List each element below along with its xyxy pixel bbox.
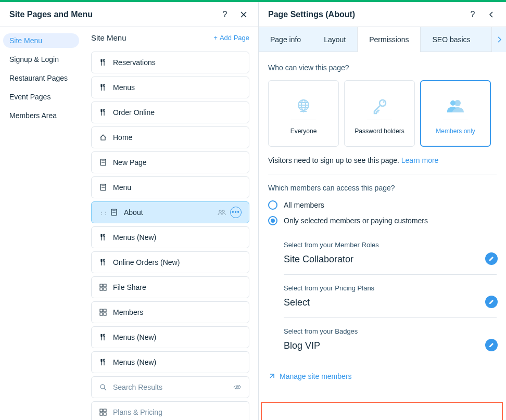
drag-handle-icon[interactable]: ⋮⋮ [99, 210, 104, 215]
badges-value: Blog VIP [284, 340, 497, 351]
external-link-icon [268, 373, 275, 380]
svg-rect-18 [104, 413, 106, 415]
svg-point-22 [383, 101, 385, 103]
pencil-icon [488, 299, 495, 305]
tabs: Page infoLayoutPermissionsSEO basics [259, 27, 506, 52]
tab-page-info[interactable]: Page info [259, 27, 312, 52]
page-item-label: About [124, 208, 212, 217]
svg-rect-12 [104, 313, 106, 315]
tabs-scroll-right-icon[interactable] [491, 27, 506, 52]
radio-all-members[interactable]: All members [268, 200, 497, 210]
radio-selected-members[interactable]: Only selected members or paying customer… [268, 216, 497, 225]
grid-icon [99, 284, 107, 291]
home-icon [99, 134, 107, 141]
globe-icon [294, 96, 313, 117]
page-item-label: Plans & Pricing [113, 408, 236, 416]
page-item-menus-new-[interactable]: Menus (New) [91, 351, 249, 373]
radio-button[interactable] [268, 216, 277, 225]
tab-seo-basics[interactable]: SEO basics [421, 27, 482, 52]
page-item-label: Order Online [113, 108, 236, 117]
page-item-members[interactable]: Members [91, 301, 249, 323]
sidebar-item-event-pages[interactable]: Event Pages [3, 90, 79, 104]
perm-card-members-only[interactable]: Members only [420, 80, 491, 147]
help-icon[interactable]: ? [467, 9, 478, 20]
page-item-label: Menu [113, 183, 236, 192]
page-item-menu[interactable]: Menu [91, 176, 249, 198]
svg-rect-9 [100, 309, 103, 312]
learn-more-link[interactable]: Learn more [401, 156, 439, 164]
page-item-new-page[interactable]: New Page [91, 151, 249, 173]
page-item-menus-new-[interactable]: Menus (New) [91, 226, 249, 248]
radio-label: All members [284, 201, 324, 209]
panel-title: Site Pages and Menu [9, 10, 93, 19]
tab-layout[interactable]: Layout [312, 27, 357, 52]
pages-header-title: Site Menu [91, 33, 126, 42]
page-item-reservations[interactable]: Reservations [91, 52, 249, 73]
page-item-label: Menus (New) [113, 333, 236, 341]
perm-card-label: Password holders [355, 123, 404, 135]
page-item-label: Members [113, 308, 236, 316]
svg-rect-15 [100, 409, 103, 412]
grid-icon [99, 309, 107, 316]
page-actions-button[interactable]: ••• [230, 207, 242, 218]
fork-icon [99, 359, 107, 366]
page-item-label: New Page [113, 158, 236, 167]
svg-rect-17 [100, 413, 103, 415]
svg-rect-16 [104, 409, 106, 412]
edit-pricing-plans-button[interactable] [485, 296, 498, 308]
page-item-online-orders-new-[interactable]: Online Orders (New) [91, 251, 249, 273]
page-item-file-share[interactable]: File Share [91, 276, 249, 298]
members-icon [218, 209, 226, 215]
doc-icon [110, 209, 118, 216]
doc-icon [99, 159, 107, 166]
page-item-plans-pricing[interactable]: Plans & Pricing [91, 401, 249, 420]
sidebar-item-site-menu[interactable]: Site Menu [3, 33, 79, 48]
sidebar-item-signup-login[interactable]: Signup & Login [3, 52, 79, 67]
member-roles-value: Site Collaborator [284, 254, 497, 265]
member-roles-label: Select from your Member Roles [284, 241, 497, 249]
svg-rect-10 [104, 309, 106, 312]
fork-icon [99, 109, 107, 116]
page-item-search-results[interactable]: Search Results [91, 376, 249, 398]
page-item-home[interactable]: Home [91, 126, 249, 148]
left-panel-header: Site Pages and Menu ? [0, 2, 258, 27]
doc-icon [99, 184, 107, 191]
perm-card-everyone[interactable]: Everyone [268, 80, 339, 147]
key-icon [370, 96, 389, 117]
perm-card-label: Members only [436, 123, 475, 135]
manage-site-members-link[interactable]: Manage site members [268, 372, 497, 380]
page-item-order-online[interactable]: Order Online [91, 101, 249, 123]
tab-permissions[interactable]: Permissions [357, 27, 421, 52]
close-icon[interactable] [238, 9, 249, 20]
page-item-label: Online Orders (New) [113, 258, 236, 266]
svg-point-4 [222, 210, 224, 212]
page-item-label: Menus (New) [113, 358, 236, 366]
svg-point-24 [450, 100, 456, 106]
grid-icon [99, 409, 107, 416]
pricing-plans-value: Select [284, 297, 497, 308]
edit-member-roles-button[interactable] [485, 252, 498, 265]
members-icon [445, 96, 466, 117]
fork-icon [99, 84, 107, 91]
back-icon[interactable] [486, 9, 497, 20]
add-page-label: Add Page [220, 34, 249, 42]
fork-icon [99, 259, 107, 266]
add-page-button[interactable]: + Add Page [213, 34, 249, 42]
sidebar-item-members-area[interactable]: Members Area [3, 108, 79, 123]
help-icon[interactable]: ? [220, 9, 230, 20]
edit-badges-button[interactable] [485, 339, 498, 351]
svg-rect-7 [100, 288, 103, 290]
radio-button[interactable] [268, 200, 277, 210]
perm-card-password-holders[interactable]: Password holders [344, 80, 415, 147]
page-item-menus[interactable]: Menus [91, 77, 249, 98]
sidebar-item-restaurant-pages[interactable]: Restaurant Pages [3, 71, 79, 85]
right-panel-header: Page Settings (About) ? [259, 2, 506, 27]
fork-icon [99, 234, 107, 241]
plus-icon: + [213, 34, 218, 42]
pencil-icon [488, 342, 495, 348]
page-item-label: Reservations [113, 58, 236, 67]
page-item-about[interactable]: ⋮⋮About••• [91, 201, 249, 223]
hidden-icon [233, 384, 242, 390]
page-item-menus-new-[interactable]: Menus (New) [91, 326, 249, 348]
radio-label: Only selected members or paying customer… [284, 217, 428, 225]
